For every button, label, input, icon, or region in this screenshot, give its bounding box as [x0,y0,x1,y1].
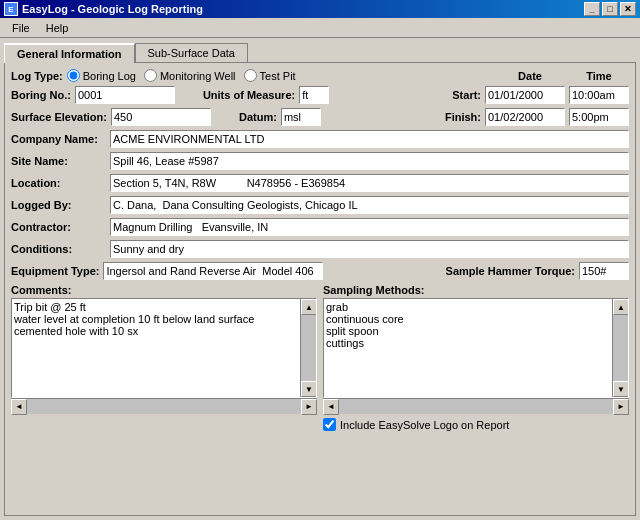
conditions-input[interactable] [110,240,629,258]
easysolve-checkbox[interactable] [323,418,336,431]
sampling-scrollbar-v[interactable]: ▲ ▼ [612,299,628,397]
sampling-textarea[interactable]: grab continuous core split spoon cutting… [324,299,611,383]
tab-general-information[interactable]: General Information [4,43,135,63]
radio-boring-item: Boring Log [67,69,136,82]
checkbox-row: Include EasySolve Logo on Report [323,418,629,431]
contractor-row: Contractor: [11,218,629,236]
comments-label: Comments: [11,284,317,296]
scroll-down-btn[interactable]: ▼ [301,381,317,397]
menu-bar: File Help [0,18,640,38]
equipment-label: Equipment Type: [11,265,99,277]
title-bar: E EasyLog - Geologic Log Reporting _ □ ✕ [0,0,640,18]
sampling-container: grab continuous core split spoon cutting… [323,298,629,398]
logged-by-input[interactable] [110,196,629,214]
log-type-label: Log Type: [11,70,63,82]
start-time-input[interactable] [569,86,629,104]
radio-test-pit[interactable] [244,69,257,82]
sampling-scroll-down-btn[interactable]: ▼ [613,381,629,397]
equipment-input[interactable] [103,262,323,280]
surface-elev-label: Surface Elevation: [11,111,107,123]
tab-content: Log Type: Boring Log Monitoring Well Tes… [4,62,636,516]
date-header: Date [495,70,565,82]
boring-no-input[interactable] [75,86,175,104]
datum-input[interactable] [281,108,321,126]
units-input[interactable] [299,86,329,104]
sampling-scroll-track-h [339,399,613,414]
conditions-row: Conditions: [11,240,629,258]
hammer-label: Sample Hammer Torque: [446,265,575,277]
finish-date-input[interactable] [485,108,565,126]
surface-row: Surface Elevation: Datum: Finish: [11,108,629,126]
window-title: EasyLog - Geologic Log Reporting [22,3,203,15]
site-row: Site Name: [11,152,629,170]
finish-label: Finish: [445,111,481,123]
scroll-right-btn[interactable]: ► [301,399,317,415]
comments-container: Trip bit @ 25 ft water level at completi… [11,298,317,398]
app-icon: E [4,2,18,16]
radio-test-pit-label: Test Pit [260,70,296,82]
boring-no-label: Boring No.: [11,89,71,101]
sampling-scroll-track-v [613,315,628,381]
checkbox-label: Include EasySolve Logo on Report [340,419,509,431]
start-label: Start: [452,89,481,101]
sampling-scrollbar-h[interactable]: ◄ ► [323,398,629,414]
comments-column: Comments: Trip bit @ 25 ft water level a… [11,284,317,431]
radio-monitoring-well[interactable] [144,69,157,82]
close-button[interactable]: ✕ [620,2,636,16]
company-label: Company Name: [11,133,106,145]
tab-bar: General Information Sub-Surface Data [4,42,636,62]
maximize-button[interactable]: □ [602,2,618,16]
comments-scrollbar-v[interactable]: ▲ ▼ [300,299,316,397]
bottom-columns: Comments: Trip bit @ 25 ft water level a… [11,284,629,431]
units-label: Units of Measure: [203,89,295,101]
sampling-scroll-left-btn[interactable]: ◄ [323,399,339,415]
contractor-label: Contractor: [11,221,106,233]
radio-monitoring-label: Monitoring Well [160,70,236,82]
time-header: Time [569,70,629,82]
surface-elev-input[interactable] [111,108,211,126]
finish-time-input[interactable] [569,108,629,126]
location-input[interactable] [110,174,629,192]
equipment-row: Equipment Type: Sample Hammer Torque: [11,262,629,280]
scroll-left-btn[interactable]: ◄ [11,399,27,415]
comments-textarea[interactable]: Trip bit @ 25 ft water level at completi… [12,299,299,383]
scroll-up-btn[interactable]: ▲ [301,299,317,315]
logged-by-label: Logged By: [11,199,106,211]
minimize-button[interactable]: _ [584,2,600,16]
menu-help[interactable]: Help [38,20,77,36]
scroll-track-v [301,315,316,381]
company-row: Company Name: [11,130,629,148]
tab-sub-surface-data[interactable]: Sub-Surface Data [135,43,248,63]
sampling-scroll-right-btn[interactable]: ► [613,399,629,415]
main-content: General Information Sub-Surface Data Log… [0,38,640,520]
hammer-input[interactable] [579,262,629,280]
start-date-input[interactable] [485,86,565,104]
contractor-input[interactable] [110,218,629,236]
log-type-row: Log Type: Boring Log Monitoring Well Tes… [11,69,629,82]
logged-by-row: Logged By: [11,196,629,214]
radio-boring-log[interactable] [67,69,80,82]
sampling-scroll-up-btn[interactable]: ▲ [613,299,629,315]
boring-row: Boring No.: Units of Measure: Start: [11,86,629,104]
conditions-label: Conditions: [11,243,106,255]
radio-monitoring-item: Monitoring Well [144,69,236,82]
site-input[interactable] [110,152,629,170]
sampling-column: Sampling Methods: grab continuous core s… [323,284,629,431]
datum-label: Datum: [239,111,277,123]
log-type-radio-group: Boring Log Monitoring Well Test Pit [67,69,296,82]
location-label: Location: [11,177,106,189]
scroll-track-h [27,399,301,414]
site-label: Site Name: [11,155,106,167]
menu-file[interactable]: File [4,20,38,36]
comments-scrollbar-h[interactable]: ◄ ► [11,398,317,414]
radio-boring-label: Boring Log [83,70,136,82]
company-input[interactable] [110,130,629,148]
sampling-label: Sampling Methods: [323,284,629,296]
location-row: Location: [11,174,629,192]
radio-test-pit-item: Test Pit [244,69,296,82]
